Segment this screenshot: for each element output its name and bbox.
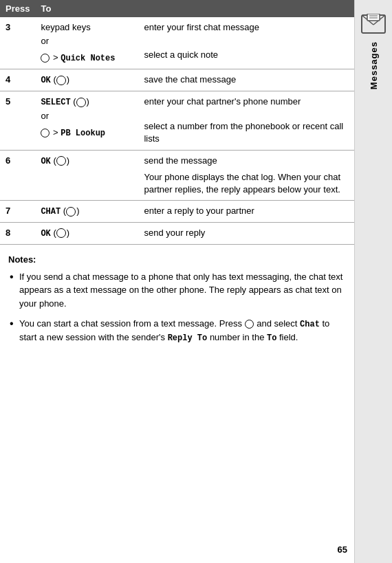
reply-to-code: Reply To bbox=[168, 333, 208, 343]
pb-lookup-label: PB Lookup bbox=[61, 129, 105, 138]
circle-icon bbox=[41, 129, 50, 137]
table-row: 6 OK () send the message Your phone disp… bbox=[0, 150, 354, 201]
col-header-press: Press bbox=[0, 0, 35, 17]
table-row: 4 OK () save the chat message bbox=[0, 69, 354, 91]
sidebar: Messages bbox=[354, 0, 392, 563]
smiley-icon bbox=[76, 98, 86, 107]
alt-press: > Quick Notes bbox=[41, 52, 133, 65]
to-alt: select a quick note bbox=[144, 49, 349, 61]
notes-list: If you send a chat message to a phone th… bbox=[8, 270, 346, 345]
select-label: SELECT bbox=[41, 98, 70, 107]
row-to: send your reply bbox=[138, 222, 354, 244]
svg-rect-3 bbox=[367, 14, 380, 21]
row-number: 3 bbox=[0, 17, 35, 69]
smiley-icon bbox=[56, 228, 66, 238]
table-row: 5 SELECT () or > PB Lookup enter your ch… bbox=[0, 91, 354, 150]
row-press: OK () bbox=[35, 222, 138, 244]
smiley-icon bbox=[56, 156, 66, 166]
list-item: You can start a chat session from a text… bbox=[8, 317, 346, 344]
page-wrapper: Press To 3 keypad keys or > Quick Notes bbox=[0, 0, 392, 563]
row-number: 8 bbox=[0, 222, 35, 244]
or-label: or bbox=[41, 34, 133, 49]
row-to: enter a reply to your partner bbox=[138, 201, 354, 223]
row-press: OK () bbox=[35, 150, 138, 201]
to-sub: Your phone displays the chat log. When y… bbox=[144, 171, 349, 196]
ok-label: OK bbox=[41, 157, 50, 166]
row-to: enter your chat partner's phone number s… bbox=[138, 91, 354, 150]
alt-press: > PB Lookup bbox=[41, 126, 133, 140]
envelope-icon bbox=[360, 14, 386, 34]
row-number: 6 bbox=[0, 150, 35, 201]
row-number: 7 bbox=[0, 201, 35, 223]
row-to: enter your first chat message select a q… bbox=[138, 17, 354, 69]
sidebar-label: Messages bbox=[369, 41, 379, 89]
or-label: or bbox=[41, 109, 133, 124]
instruction-table: Press To 3 keypad keys or > Quick Notes bbox=[0, 0, 354, 245]
chat-label: CHAT bbox=[41, 207, 61, 217]
row-number: 4 bbox=[0, 69, 35, 91]
row-to: save the chat message bbox=[138, 69, 354, 91]
row-to: send the message Your phone displays the… bbox=[138, 150, 354, 201]
ok-label: OK bbox=[41, 76, 50, 85]
main-content: Press To 3 keypad keys or > Quick Notes bbox=[0, 0, 354, 563]
notes-section: Notes: If you send a chat message to a p… bbox=[0, 245, 354, 359]
quick-notes-label: Quick Notes bbox=[61, 54, 115, 63]
to-code: To bbox=[267, 333, 276, 343]
row-press: keypad keys or > Quick Notes bbox=[35, 17, 138, 69]
row-press: SELECT () or > PB Lookup bbox=[35, 91, 138, 150]
notes-title: Notes: bbox=[8, 254, 346, 265]
row-press: OK () bbox=[35, 69, 138, 91]
page-number: 65 bbox=[338, 544, 347, 555]
table-row: 3 keypad keys or > Quick Notes enter you… bbox=[0, 17, 354, 69]
to-alt: select a number from the phonebook or re… bbox=[144, 120, 349, 145]
table-row: 7 CHAT () enter a reply to your partner bbox=[0, 201, 354, 223]
ok-label: OK bbox=[41, 229, 50, 239]
col-header-to: To bbox=[35, 0, 354, 17]
chat-code: Chat bbox=[300, 320, 320, 329]
row-number: 5 bbox=[0, 91, 35, 150]
circle-icon bbox=[41, 54, 50, 63]
list-item: If you send a chat message to a phone th… bbox=[8, 270, 346, 311]
row-press: CHAT () bbox=[35, 201, 138, 223]
smiley-icon bbox=[66, 207, 76, 217]
smiley-icon bbox=[56, 76, 66, 85]
table-row: 8 OK () send your reply bbox=[0, 222, 354, 244]
circle-icon bbox=[245, 320, 254, 329]
